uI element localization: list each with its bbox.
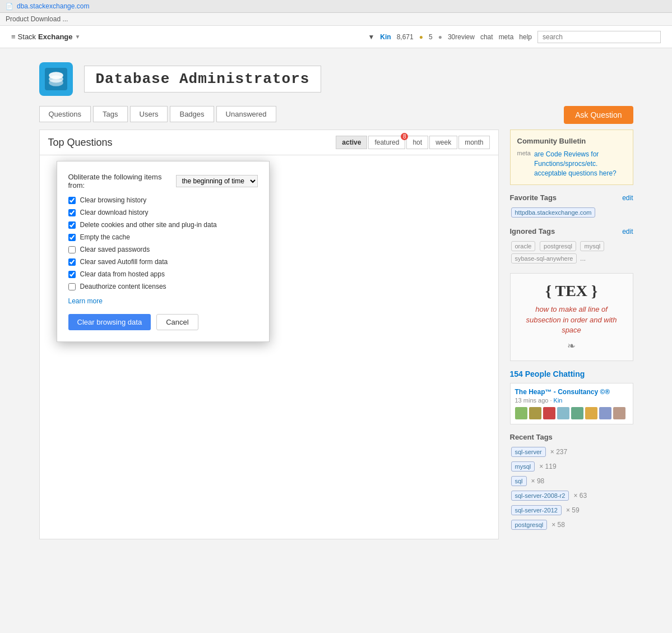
checkbox-item-2: Delete cookies and other site and plug-i…: [68, 221, 258, 229]
checkbox-item-3: Empty the cache: [68, 233, 258, 241]
ignored-tag-2[interactable]: mysql: [580, 241, 604, 251]
gold-badge-icon: ●: [419, 33, 423, 41]
ask-question-button[interactable]: Ask Question: [564, 106, 633, 124]
obliterate-label: Obliterate the following items from:: [68, 173, 172, 190]
filter-active[interactable]: active: [336, 136, 367, 149]
recent-tag-5[interactable]: postgresql: [511, 520, 548, 530]
bulletin-link[interactable]: are Code Reviews for Functions/sprocs/et…: [534, 150, 626, 178]
checkbox-3[interactable]: [68, 234, 76, 241]
checkbox-7[interactable]: [68, 283, 76, 290]
ignored-tags-list: oracle postgresql mysql sybase-sql-anywh…: [510, 240, 633, 265]
site-nav: Questions Tags Users Badges Unanswered: [39, 101, 276, 122]
help-link[interactable]: help: [519, 33, 532, 41]
chat-section: 154 People Chatting The Heap™ - Consulta…: [510, 369, 633, 424]
recent-tag-1[interactable]: mysql: [511, 461, 535, 472]
filter-hot[interactable]: hot: [406, 136, 428, 149]
chat-room-time: 13 mins ago ·: [515, 397, 554, 404]
bulletin-item: meta are Code Reviews for Functions/spro…: [517, 150, 626, 178]
checkbox-label-1: Clear download history: [80, 209, 149, 216]
meta-link[interactable]: meta: [499, 33, 514, 41]
user-rep: 8,671: [397, 33, 414, 41]
avatar-7: [613, 407, 625, 419]
recent-tag-4[interactable]: sql-server-2012: [511, 505, 562, 515]
recent-tag-count-5: × 58: [551, 521, 565, 529]
site-logo-icon: [47, 70, 65, 88]
user-name[interactable]: Kin: [380, 33, 391, 41]
checkbox-1[interactable]: [68, 209, 76, 216]
product-bar-text: Product Download ...: [6, 15, 68, 23]
tex-ad[interactable]: { TEX } how to make all line of subsecti…: [510, 273, 633, 361]
favorite-tag-0[interactable]: httpdba.stackexchange.com: [511, 207, 596, 218]
checkbox-5[interactable]: [68, 258, 76, 266]
chat-room: The Heap™ - Consultancy ©® 13 mins ago ·…: [510, 383, 633, 424]
checkbox-4[interactable]: [68, 246, 76, 253]
ignored-tags-more: ...: [580, 255, 586, 262]
avatar-1: [529, 407, 541, 419]
main-wrap: Database Administrators Questions Tags U…: [28, 48, 645, 545]
tex-logo-text: TEX: [555, 282, 587, 299]
search-input[interactable]: [537, 31, 661, 43]
user-area: ▼ Kin 8,671 ● 5 ● 30: [368, 33, 455, 41]
ignored-tags-header: Ignored Tags edit: [510, 227, 633, 235]
brand[interactable]: ≡ StackExchange ▼: [11, 33, 80, 41]
nav-questions[interactable]: Questions: [39, 106, 91, 122]
nav-tags[interactable]: Tags: [93, 106, 127, 122]
avatar-5: [585, 407, 597, 419]
clear-browsing-data-button[interactable]: Clear browsing data: [68, 314, 151, 330]
avatar-3: [557, 407, 569, 419]
checkbox-label-6: Clear data from hosted apps: [80, 270, 165, 278]
avatar-6: [599, 407, 611, 419]
learn-more-link[interactable]: Learn more: [68, 297, 258, 305]
ignored-tags-edit[interactable]: edit: [622, 228, 633, 235]
recent-tag-0[interactable]: sql-server: [511, 447, 546, 457]
checkbox-2[interactable]: [68, 221, 76, 229]
bulletin-label: meta: [517, 150, 531, 178]
recent-tag-row-2: sql× 98: [510, 475, 633, 487]
recent-tag-count-1: × 119: [539, 463, 556, 470]
avatar-0: [515, 407, 527, 419]
checkbox-0[interactable]: [68, 197, 76, 204]
favorite-tags-header: Favorite Tags edit: [510, 193, 633, 202]
browser-bar: 📄 dba.stackexchange.com: [0, 0, 672, 13]
cancel-button[interactable]: Cancel: [156, 314, 198, 330]
filter-featured[interactable]: featured 8: [368, 136, 405, 149]
ignored-tag-0[interactable]: oracle: [511, 241, 536, 251]
review-link[interactable]: review: [455, 33, 475, 41]
time-select[interactable]: the beginning of time: [176, 175, 258, 187]
hamburger-icon: ≡: [11, 33, 16, 41]
ignored-tag-1[interactable]: postgresql: [540, 241, 576, 251]
nav-badges[interactable]: Badges: [170, 106, 214, 122]
chat-room-name[interactable]: The Heap™ - Consultancy ©®: [515, 388, 628, 396]
checkbox-item-7: Deauthorize content licenses: [68, 283, 258, 290]
favorite-tags-list: httpdba.stackexchange.com: [510, 206, 633, 219]
favorite-tags-edit[interactable]: edit: [622, 194, 633, 202]
ignored-tags-title: Ignored Tags: [510, 227, 555, 235]
checkbox-item-6: Clear data from hosted apps: [68, 270, 258, 278]
nav-ask-row: Questions Tags Users Badges Unanswered A…: [39, 101, 633, 124]
recent-tag-2[interactable]: sql: [511, 476, 527, 486]
svg-point-2: [49, 79, 63, 86]
ignored-tag-3[interactable]: sybase-sql-anywhere: [511, 253, 577, 264]
user-dropdown-icon: ▼: [368, 33, 374, 41]
nav-unanswered[interactable]: Unanswered: [216, 106, 276, 122]
silver-badge-count: 30: [448, 33, 455, 41]
recent-tag-count-2: × 98: [531, 477, 545, 485]
chat-link[interactable]: chat: [480, 33, 493, 41]
recent-tags-title: Recent Tags: [510, 433, 633, 441]
chat-room-user[interactable]: Kin: [554, 397, 563, 404]
questions-heading: Top Questions: [48, 137, 113, 149]
site-logo: [39, 62, 73, 96]
nav-users[interactable]: Users: [130, 106, 168, 122]
main-content: Top Questions active featured 8 hot week…: [39, 130, 499, 539]
checkbox-6[interactable]: [68, 271, 76, 278]
checkbox-label-0: Clear browsing history: [80, 196, 147, 204]
filter-month[interactable]: month: [458, 136, 489, 149]
checkbox-item-4: Clear saved passwords: [68, 246, 258, 253]
checkbox-item-0: Clear browsing history: [68, 196, 258, 204]
chat-count[interactable]: 154 People Chatting: [510, 369, 633, 378]
browser-url: dba.stackexchange.com: [17, 2, 89, 10]
filter-week[interactable]: week: [429, 136, 457, 149]
recent-tag-3[interactable]: sql-server-2008-r2: [511, 491, 569, 501]
checkbox-label-4: Clear saved passwords: [80, 246, 150, 253]
favorite-tags-section: Favorite Tags edit httpdba.stackexchange…: [510, 193, 633, 219]
